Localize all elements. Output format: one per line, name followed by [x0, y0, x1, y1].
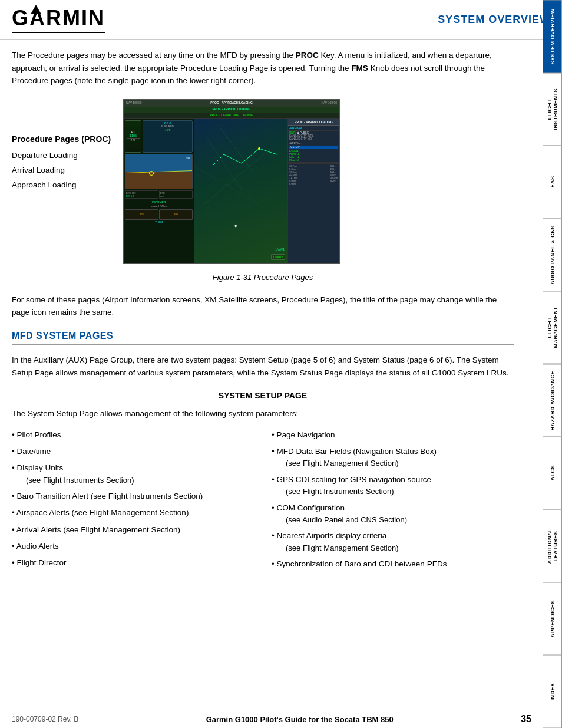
list-item-airspace-alerts: Airspace Alerts (see Flight Management S…	[12, 507, 254, 519]
list-item-page-navigation: Page Navigation	[272, 429, 514, 441]
sidebar-tab-eas[interactable]: EAS	[543, 146, 562, 219]
system-setup-description: The System Setup Page allows management …	[12, 407, 514, 420]
logo-text: GARMIN	[12, 6, 105, 31]
page-title: SYSTEM OVERVIEW	[438, 14, 550, 26]
figure-section: Procedure Pages (PROC) Departure Loading…	[12, 99, 514, 264]
list-item-sync-baro: Synchronization of Baro and CDI between …	[272, 558, 514, 570]
proc-item-arrival: Arrival Loading	[12, 166, 111, 174]
intro-paragraph: The Procedure pages may be accessed at a…	[12, 49, 514, 87]
mfd-section-description: In the Auxiliary (AUX) Page Group, there…	[12, 354, 514, 379]
proc-item-departure: Departure Loading	[12, 151, 111, 160]
list-item-gps-cdi: GPS CDI scaling for GPS navigation sourc…	[272, 474, 514, 498]
list-item-audio-alerts: Audio Alerts	[12, 541, 254, 552]
mfd-screen-image: NAV 108.00 PROC - APPROACH LOADING NAV 1…	[123, 99, 340, 264]
list-item-display-units: Display Units(see Flight Instruments Sec…	[12, 462, 254, 486]
svg-line-3	[200, 149, 271, 207]
sidebar-tab-additional-features[interactable]: ADDITIONAL FEATURES	[543, 510, 562, 583]
list-item-pilot-profiles: Pilot Profiles	[12, 429, 254, 441]
list-item-nearest-airports: Nearest Airports display criteria(see Fl…	[272, 530, 514, 554]
sidebar-tab-audio-panel[interactable]: AUDIO PANEL & CNS	[543, 219, 562, 292]
page-number: 35	[521, 714, 531, 724]
list-item-com-config: COM Configuration(see Audio Panel and CN…	[272, 502, 514, 526]
list-item-mfd-data-bar: MFD Data Bar Fields (Navigation Status B…	[272, 446, 514, 469]
garmin-logo: GARMIN	[12, 6, 105, 33]
system-setup-list: Pilot Profiles Date/time Display Units(s…	[12, 429, 514, 575]
list-item-datetime: Date/time	[12, 446, 254, 457]
list-col-left: Pilot Profiles Date/time Display Units(s…	[12, 429, 254, 575]
svg-line-0	[206, 137, 242, 190]
page-footer: 190-00709-02 Rev. B Garmin G1000 Pilot's…	[0, 710, 543, 728]
sidebar-tab-hazard-avoidance[interactable]: HAZARD AVOIDANCE	[543, 364, 562, 437]
sidebar-tab-system-overview[interactable]: SYSTEM OVERVIEW	[543, 0, 562, 73]
sidebar-tab-index[interactable]: INDEX	[543, 655, 562, 729]
mfd-section-heading: MFD SYSTEM PAGES	[12, 331, 514, 345]
sidebar-tab-flight-management[interactable]: FLIGHT MANAGEMENT	[543, 291, 562, 364]
proc-item-approach: Approach Loading	[12, 180, 111, 189]
sidebar-tab-appendices[interactable]: APPENDICES	[543, 582, 562, 655]
svg-point-4	[258, 147, 260, 150]
figure-caption: Figure 1-31 Procedure Pages	[12, 273, 514, 282]
svg-text:✦: ✦	[233, 223, 238, 229]
list-item-arrival-alerts: Arrival Alerts (see Flight Management Se…	[12, 524, 254, 536]
sidebar-tab-afcs[interactable]: AFCS	[543, 437, 562, 510]
list-col-right: Page Navigation MFD Data Bar Fields (Nav…	[272, 429, 514, 575]
list-item-baro: Baro Transition Alert (see Flight Instru…	[12, 490, 254, 502]
svg-line-2	[194, 166, 265, 207]
right-sidebar: SYSTEM OVERVIEW FLIGHT INSTRUMENTS EAS A…	[543, 0, 562, 728]
doc-number: 190-00709-02 Rev. B	[12, 715, 78, 723]
main-content: The Procedure pages may be accessed at a…	[0, 40, 543, 595]
procedure-labels: Procedure Pages (PROC) Departure Loading…	[12, 99, 111, 195]
sidebar-tab-flight-instruments[interactable]: FLIGHT INSTRUMENTS	[543, 73, 562, 146]
body-paragraph: For some of these pages (Airport Informa…	[12, 294, 514, 319]
doc-title: Garmin G1000 Pilot's Guide for the Socat…	[206, 715, 394, 724]
page-header: GARMIN SYSTEM OVERVIEW	[0, 0, 562, 40]
system-setup-heading: SYSTEM SETUP PAGE	[12, 391, 514, 400]
list-item-flight-director: Flight Director	[12, 557, 254, 569]
svg-line-1	[218, 125, 253, 172]
procedure-title: Procedure Pages (PROC)	[12, 134, 111, 144]
